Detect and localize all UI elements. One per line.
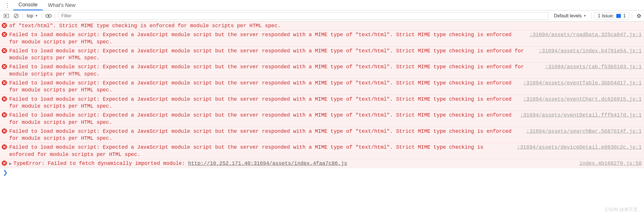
log-row[interactable]: Failed to load module script: Expected a… — [0, 110, 644, 127]
log-row[interactable]: Failed to load module script: Expected a… — [0, 46, 644, 62]
error-icon — [2, 161, 7, 166]
svg-point-4 — [48, 15, 49, 17]
log-row[interactable]: Failed to load module script: Expected a… — [0, 95, 644, 111]
log-message: Failed to load module script: Expected a… — [9, 112, 517, 126]
typeerror-url-link[interactable]: http://10.252.171.40:31694/assets/index.… — [188, 161, 347, 166]
error-icon — [2, 112, 7, 117]
chevron-down-icon: ▼ — [583, 14, 586, 17]
error-icon — [2, 23, 7, 28]
log-message: Failed to load module script: Expected a… — [9, 128, 523, 142]
execution-context-selector[interactable]: top ▼ — [26, 13, 39, 19]
log-source-link[interactable]: index.4b160279.js:58 — [576, 160, 642, 167]
issue-icon — [616, 14, 621, 18]
log-message: Failed to load module script: Expected a… — [9, 63, 542, 78]
log-row[interactable]: Failed to load module script: Expected a… — [0, 127, 644, 143]
error-icon — [2, 96, 7, 102]
log-message: Failed to load module script: Expected a… — [9, 96, 520, 110]
log-source-link[interactable]: :31694/assets/tab.f53b5103.js:1 — [542, 63, 642, 70]
log-message: TypeError: Failed to fetch dynamically i… — [13, 160, 576, 167]
log-source-link[interactable]: :31694/assets/eventTable.3bb54d17.js:1 — [520, 80, 642, 86]
filter-input[interactable] — [58, 12, 549, 20]
log-message: Failed to load module script: Expected a… — [9, 31, 526, 45]
log-message: Failed to load module script: Expected a… — [9, 47, 536, 62]
separator — [632, 13, 632, 19]
gear-icon[interactable]: ✿ — [635, 13, 641, 19]
error-icon — [2, 144, 7, 150]
tab-console[interactable]: Console — [13, 0, 43, 10]
error-icon — [2, 128, 7, 134]
error-icon — [2, 48, 7, 53]
log-source-link[interactable]: :31694/assets/deviceDetail.e0830c2c.js:1 — [514, 144, 642, 151]
log-row[interactable]: Failed to load module script: Expected a… — [0, 78, 644, 95]
toggle-sidebar-icon[interactable] — [3, 12, 10, 19]
separator — [23, 13, 23, 19]
console-toolbar: top ▼ Default levels ▼ 1 Issue: 1 ✿ — [0, 10, 644, 21]
error-icon — [2, 32, 7, 37]
clear-console-icon[interactable] — [13, 12, 20, 19]
log-message: Failed to load module script: Expected a… — [9, 144, 514, 158]
separator — [591, 13, 592, 19]
log-source-link[interactable]: :31694/assets/eventChart.dc626915.js:1 — [520, 96, 642, 103]
console-log: of "text/html". Strict MIME type checkin… — [0, 21, 644, 168]
issues-count: 1 — [623, 13, 626, 19]
log-message: of "text/html". Strict MIME type checkin… — [9, 22, 642, 29]
console-prompt[interactable]: ❯ — [0, 168, 644, 176]
more-tabs-icon[interactable]: ⋮ — [2, 2, 13, 9]
log-source-link[interactable]: :31694/assets/index.b4791a54.js:1 — [536, 47, 642, 54]
log-source-link[interactable]: :31694/assets/searchBar.5687614f.js:1 — [523, 128, 642, 135]
log-level-selector[interactable]: Default levels ▼ — [552, 13, 589, 19]
panel-tabbar: ⋮ Console What's New — [0, 0, 644, 10]
tab-whats-new[interactable]: What's New — [43, 0, 81, 10]
log-row[interactable]: Failed to load module script: Expected a… — [0, 30, 644, 46]
svg-line-2 — [15, 14, 18, 17]
log-source-link[interactable]: :31694/assets/roadData.325ca047.js:1 — [526, 31, 642, 38]
log-row[interactable]: of "text/html". Strict MIME type checkin… — [0, 21, 644, 30]
issues-label: 1 Issue: — [598, 13, 614, 19]
prompt-caret-icon: ❯ — [3, 169, 8, 176]
log-row[interactable]: Failed to load module script: Expected a… — [0, 143, 644, 159]
error-icon — [2, 80, 7, 85]
error-icon — [2, 64, 7, 69]
context-label: top — [27, 13, 33, 19]
log-row[interactable]: Failed to load module script: Expected a… — [0, 62, 644, 78]
issues-button[interactable]: 1 Issue: 1 — [595, 12, 629, 19]
levels-label: Default levels — [554, 13, 582, 19]
typeerror-prefix: TypeError: Failed to fetch dynamically i… — [13, 161, 188, 166]
separator — [55, 13, 55, 19]
chevron-down-icon: ▼ — [35, 14, 38, 17]
log-row[interactable]: ▶ TypeError: Failed to fetch dynamically… — [0, 159, 644, 168]
separator — [42, 13, 42, 19]
live-expression-icon[interactable] — [45, 12, 52, 19]
log-source-link[interactable]: :31694/assets/eventDetail.fffb417d.js:1 — [517, 112, 642, 119]
log-message: Failed to load module script: Expected a… — [9, 80, 520, 94]
expand-caret-icon[interactable]: ▶ — [9, 161, 13, 167]
